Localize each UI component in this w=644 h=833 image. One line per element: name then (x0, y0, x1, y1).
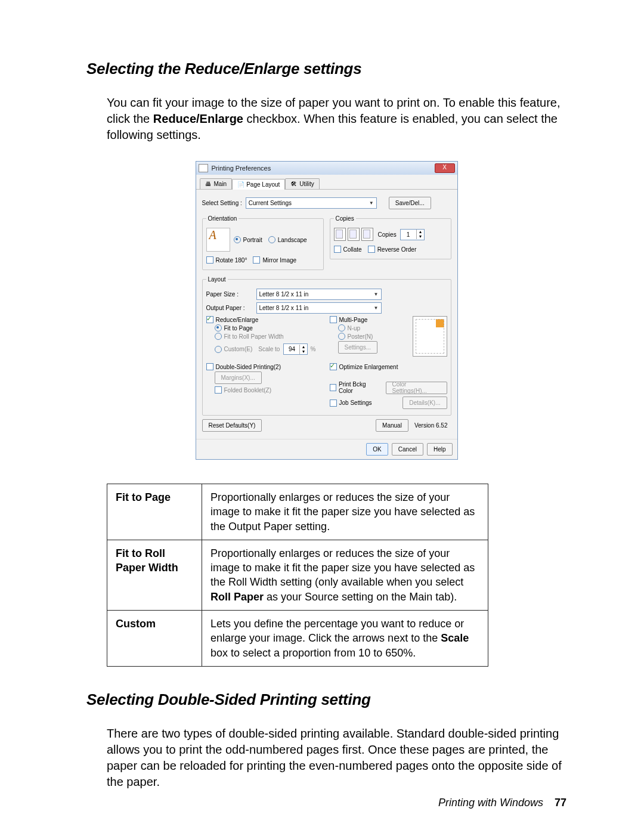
text-bold: Scale (441, 632, 469, 644)
tab-main[interactable]: 🖶Main (200, 178, 233, 189)
tab-label: Utility (299, 181, 314, 187)
check-label: Double-Sided Printing(2) (216, 364, 281, 370)
copies-label: Copies (378, 231, 397, 238)
stepper-arrows-icon[interactable]: ▴▾ (299, 345, 307, 354)
chevron-down-icon: ▼ (374, 305, 379, 311)
cell-value: Lets you define the percentage you want … (202, 611, 488, 667)
job-settings-checkbox[interactable]: Job Settings (330, 400, 372, 407)
dropdown-value: Letter 8 1/2 x 11 in (259, 305, 309, 311)
table-row: Custom Lets you define the percentage yo… (107, 611, 488, 667)
text: Proportionally enlarges or reduces the s… (210, 547, 475, 589)
check-label: Reduce/Enlarge (216, 317, 259, 323)
stepper-arrows-icon[interactable]: ▴▾ (416, 230, 424, 239)
output-paper-dropdown[interactable]: Letter 8 1/2 x 11 in▼ (256, 302, 382, 314)
copies-legend: Copies (334, 215, 356, 222)
optimize-enlargement-checkbox[interactable]: Optimize Enlargement (330, 363, 398, 370)
tab-label: Page Layout (246, 181, 280, 188)
check-label: Optimize Enlargement (339, 364, 398, 370)
text: as your Source setting on the Main tab). (264, 591, 457, 603)
printing-preferences-dialog: Printing Preferences X 🖶Main 📄Page Layou… (196, 161, 458, 460)
reduce-enlarge-checkbox[interactable]: Reduce/Enlarge (206, 316, 259, 323)
tab-label: Main (214, 181, 227, 187)
folded-booklet-checkbox[interactable]: Folded Booklet(Z) (215, 386, 271, 394)
printer-icon (199, 164, 208, 172)
landscape-radio[interactable]: Landscape (268, 236, 307, 243)
nup-radio[interactable]: N-up (338, 324, 361, 332)
scale-value[interactable] (284, 344, 299, 354)
poster-radio[interactable]: Poster(N) (338, 333, 373, 340)
save-del-button[interactable]: Save/Del... (389, 197, 431, 209)
rotate-180-checkbox[interactable]: Rotate 180° (206, 256, 247, 264)
manual-button[interactable]: Manual (376, 419, 408, 432)
close-button[interactable]: X (435, 163, 455, 173)
multi-page-settings-button[interactable]: Settings... (338, 341, 377, 354)
dialog-title: Printing Preferences (212, 165, 271, 172)
chevron-down-icon: ▼ (369, 200, 374, 206)
cell-key: Fit to Roll Paper Width (107, 540, 202, 610)
table-row: Fit to Page Proportionally enlarges or r… (107, 484, 488, 540)
dropdown-value: Current Settings (249, 200, 292, 206)
tab-page-layout[interactable]: 📄Page Layout (232, 179, 285, 190)
ok-button[interactable]: OK (366, 443, 388, 456)
layout-legend: Layout (206, 276, 228, 283)
details-button[interactable]: Details(K)... (402, 397, 447, 409)
mirror-image-checkbox[interactable]: Mirror Image (253, 256, 296, 264)
check-label: Mirror Image (262, 257, 296, 264)
check-label: Multi-Page (339, 317, 368, 323)
paper-size-label: Paper Size : (206, 291, 253, 298)
margins-button[interactable]: Margins(X)... (215, 371, 262, 384)
radio-label: Custom(E) (224, 346, 253, 352)
para-double-sided: There are two types of double-sided prin… (107, 726, 566, 790)
settings-description-table: Fit to Page Proportionally enlarges or r… (107, 484, 488, 667)
tab-utility[interactable]: 🛠Utility (285, 178, 319, 189)
select-setting-dropdown[interactable]: Current Settings▼ (246, 197, 377, 209)
cancel-button[interactable]: Cancel (392, 443, 423, 456)
copies-stepper[interactable]: ▴▾ (400, 229, 425, 240)
radio-label: Landscape (278, 237, 307, 243)
custom-scale-radio[interactable]: Custom(E) (215, 346, 253, 353)
percent-label: % (310, 346, 315, 352)
version-label: Version 6.52 (414, 422, 448, 429)
cell-value: Proportionally enlarges or reduces the s… (202, 540, 488, 610)
scale-stepper[interactable]: ▴▾ (283, 343, 308, 355)
collate-checkbox[interactable]: Collate (334, 246, 362, 253)
output-paper-label: Output Paper : (206, 305, 253, 311)
double-sided-checkbox[interactable]: Double-Sided Printing(2) (206, 363, 281, 370)
fit-to-page-radio[interactable]: Fit to Page (215, 324, 253, 332)
printer-icon: 🖶 (205, 181, 212, 187)
orientation-preview-icon (206, 228, 230, 252)
select-setting-label: Select Setting : (202, 200, 242, 206)
page-layout-icon: 📄 (237, 181, 244, 188)
orientation-legend: Orientation (206, 215, 239, 222)
chevron-down-icon: ▼ (374, 292, 379, 297)
reverse-order-checkbox[interactable]: Reverse Order (368, 246, 417, 253)
page-number: 77 (555, 797, 566, 809)
check-label: Print Bckg Color (339, 381, 380, 394)
fit-to-roll-radio[interactable]: Fit to Roll Paper Width (215, 333, 284, 340)
check-label: Collate (343, 246, 362, 253)
check-label: Job Settings (339, 400, 372, 406)
heading-double-sided: Selecting Double-Sided Printing setting (86, 690, 566, 709)
help-button[interactable]: Help (427, 443, 453, 456)
page-footer: Printing with Windows 77 (438, 797, 566, 809)
text: Lets you define the percentage you want … (210, 618, 464, 644)
copies-value[interactable] (401, 230, 416, 240)
dropdown-value: Letter 8 1/2 x 11 in (259, 291, 309, 298)
para-reduce-enlarge: You can fit your image to the size of pa… (107, 95, 566, 143)
text-bold: Reduce/Enlarge (153, 112, 243, 125)
check-label: Reverse Order (377, 246, 417, 253)
radio-label: Fit to Roll Paper Width (224, 333, 284, 340)
paper-size-dropdown[interactable]: Letter 8 1/2 x 11 in▼ (256, 289, 382, 300)
heading-reduce-enlarge: Selecting the Reduce/Enlarge settings (86, 60, 566, 78)
copies-preview-icon (334, 228, 373, 241)
layout-preview-icon (413, 316, 447, 357)
radio-label: Poster(N) (348, 333, 373, 340)
reset-defaults-button[interactable]: Reset Defaults(Y) (202, 419, 262, 432)
cell-key: Fit to Page (107, 484, 202, 540)
multi-page-checkbox[interactable]: Multi-Page (330, 316, 368, 323)
radio-label: Portrait (243, 237, 262, 243)
print-bg-color-checkbox[interactable]: Print Bckg Color (330, 381, 380, 394)
portrait-radio[interactable]: Portrait (234, 236, 262, 243)
color-settings-button[interactable]: Color Settings(H)... (386, 382, 447, 394)
text: box to select a proportion from 10 to 65… (210, 647, 416, 659)
